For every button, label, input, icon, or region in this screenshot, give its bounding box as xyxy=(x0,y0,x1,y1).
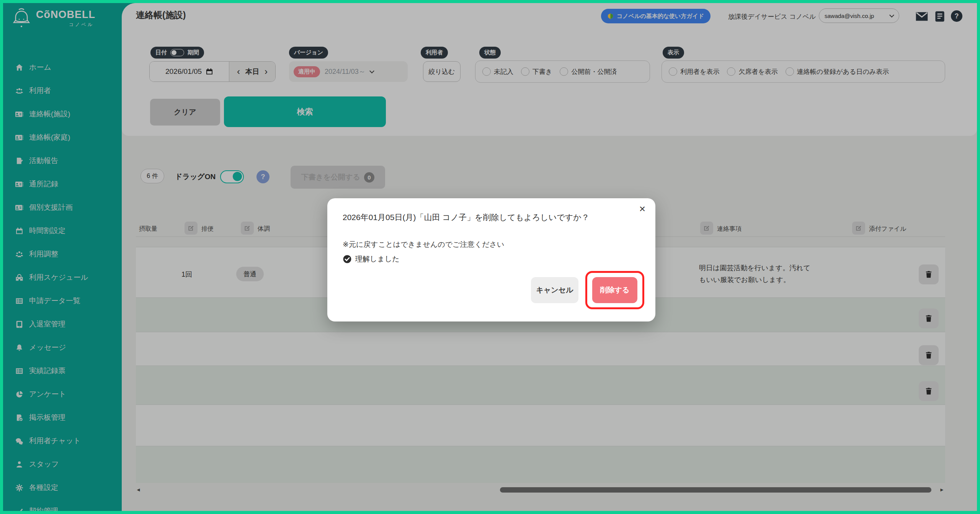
delete-confirm-button[interactable]: 削除する xyxy=(592,277,637,303)
cancel-button[interactable]: キャンセル xyxy=(531,277,578,303)
acknowledge-checkbox[interactable]: 理解しました xyxy=(343,254,400,264)
close-icon[interactable]: × xyxy=(639,204,645,214)
delete-confirm-dialog: × 2026年01月05日(月)「山田 コノ子」を削除してもよろしいですか？ ※… xyxy=(327,198,655,321)
check-circle-icon xyxy=(343,255,352,264)
app: CõNOBELL コノベル ホーム利用者連絡帳(施設)連絡帳(家庭)活動報告通所… xyxy=(3,3,977,511)
dialog-warning: ※元に戻すことはできませんのでご注意ください xyxy=(343,240,505,250)
dialog-title: 2026年01月05日(月)「山田 コノ子」を削除してもよろしいですか？ xyxy=(343,212,590,223)
acknowledge-label: 理解しました xyxy=(355,254,400,264)
